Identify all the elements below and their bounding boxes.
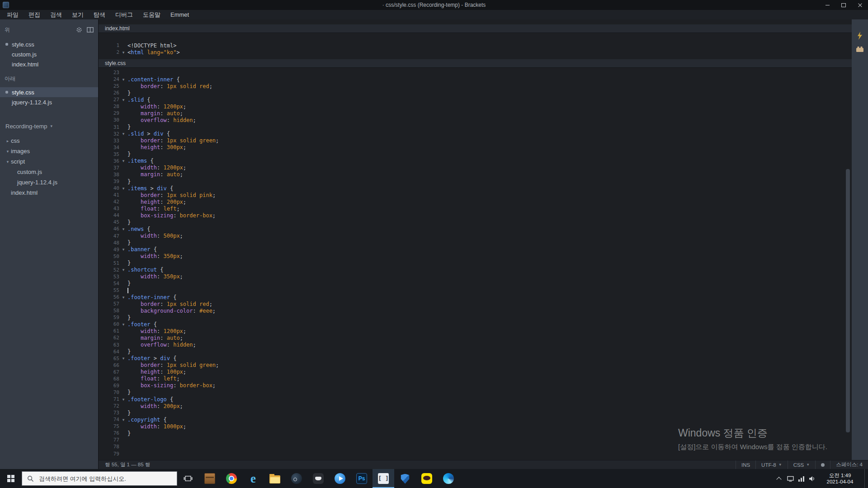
fold-arrow-icon[interactable]: ▾ xyxy=(119,322,127,327)
code-line-49[interactable]: 49▾.banner { xyxy=(99,246,852,253)
file-item-style.css[interactable]: style.css xyxy=(0,87,98,97)
code-line-41[interactable]: 41 border: 1px solid pink; xyxy=(99,192,852,198)
tree-folder-css[interactable]: ▸css xyxy=(0,136,98,146)
tree-folder-script[interactable]: ▾script xyxy=(0,156,98,167)
code-line-52[interactable]: 52▾.shortcut { xyxy=(99,267,852,273)
code-line-71[interactable]: 71▾.footer-logo { xyxy=(99,396,852,403)
minimize-button[interactable] xyxy=(819,0,835,10)
taskbar-app-box-app[interactable] xyxy=(199,469,221,488)
code-line-37[interactable]: 37 width: 1200px; xyxy=(99,164,852,171)
code-line-48[interactable]: 48} xyxy=(99,239,852,246)
code-line-79[interactable]: 79 xyxy=(99,450,852,457)
menu-navigate[interactable]: 탐색 xyxy=(89,10,110,19)
search-input[interactable] xyxy=(38,475,172,483)
taskbar-app-photoshop[interactable]: Ps xyxy=(351,469,373,488)
code-line-39[interactable]: 39} xyxy=(99,178,852,185)
code-line-55[interactable]: 55 xyxy=(99,287,852,294)
code-line-64[interactable]: 64} xyxy=(99,348,852,355)
tree-file-custom.js[interactable]: custom.js xyxy=(0,167,98,177)
tray-display-item[interactable] xyxy=(785,476,796,482)
fold-arrow-icon[interactable]: ▾ xyxy=(119,159,127,163)
maximize-button[interactable] xyxy=(835,0,852,10)
code-line-44[interactable]: 44 box-sizing: border-box; xyxy=(99,212,852,219)
code-line-42[interactable]: 42 height: 200px; xyxy=(99,198,852,205)
code-line-63[interactable]: 63 overflow: hidden; xyxy=(99,342,852,348)
code-line-47[interactable]: 47 width: 500px; xyxy=(99,233,852,239)
menu-edit[interactable]: 편집 xyxy=(24,10,45,19)
file-item-jquery-1.12.4.js[interactable]: jquery-1.12.4.js xyxy=(0,97,98,107)
tree-file-jquery-1.12.4.js[interactable]: jquery-1.12.4.js xyxy=(0,177,98,188)
menu-debug[interactable]: 디버그 xyxy=(110,10,138,19)
code-line-66[interactable]: 66 border: 1px solid green; xyxy=(99,362,852,369)
show-desktop-button[interactable] xyxy=(864,469,868,488)
taskbar-app-steam[interactable] xyxy=(286,469,307,488)
encoding-selector[interactable]: UTF-8▼ xyxy=(755,460,788,469)
working-set-gear-icon[interactable] xyxy=(76,27,82,33)
code-line-45[interactable]: 45} xyxy=(99,219,852,225)
taskbar-app-media-player[interactable] xyxy=(329,469,351,488)
taskbar-app-edge[interactable] xyxy=(438,469,459,488)
code-line-69[interactable]: 69 box-sizing: border-box; xyxy=(99,382,852,389)
fold-arrow-icon[interactable]: ▾ xyxy=(119,356,127,361)
code-line-29[interactable]: 29 margin: auto; xyxy=(99,110,852,117)
fold-arrow-icon[interactable]: ▾ xyxy=(119,267,127,272)
cursor-position-status[interactable]: 행 55, 열 1 — 85 행 xyxy=(105,461,150,468)
code-line-38[interactable]: 38 margin: auto; xyxy=(99,171,852,178)
taskbar-search[interactable] xyxy=(22,471,177,486)
split-view-icon[interactable] xyxy=(87,27,94,33)
taskbar-app-file-explorer[interactable] xyxy=(264,469,286,488)
code-line-56[interactable]: 56▾.footer-inner { xyxy=(99,294,852,300)
code-line-59[interactable]: 59} xyxy=(99,314,852,321)
tree-file-index.html[interactable]: index.html xyxy=(0,188,98,198)
fold-arrow-icon[interactable]: ▾ xyxy=(119,397,127,402)
code-line-1[interactable]: 1<!DOCTYPE html> xyxy=(99,42,852,49)
taskbar-clock[interactable]: 오전 1:49 2021-04-04 xyxy=(817,472,863,485)
menu-help[interactable]: 도움말 xyxy=(138,10,165,19)
file-item-index.html[interactable]: index.html xyxy=(0,59,98,69)
lint-status[interactable] xyxy=(815,460,830,469)
folder-arrow-icon[interactable]: ▾ xyxy=(5,149,11,154)
live-preview-lightning-icon[interactable] xyxy=(857,32,863,40)
start-button[interactable] xyxy=(0,469,22,488)
code-line-26[interactable]: 26} xyxy=(99,89,852,96)
code-line-74[interactable]: 74▾.copyright { xyxy=(99,416,852,423)
code-line-58[interactable]: 58 background-color: #eee; xyxy=(99,307,852,314)
editor-scrollbar-thumb[interactable] xyxy=(846,169,850,432)
code-line-36[interactable]: 36▾.items { xyxy=(99,158,852,164)
code-line-53[interactable]: 53 width: 350px; xyxy=(99,273,852,280)
tray-network-item[interactable] xyxy=(796,476,807,482)
code-line-75[interactable]: 75 width: 1000px; xyxy=(99,423,852,430)
code-line-23[interactable]: 23 xyxy=(99,69,852,76)
code-line-68[interactable]: 68 float: left; xyxy=(99,375,852,382)
code-line-50[interactable]: 50 width: 350px; xyxy=(99,253,852,260)
code-line-70[interactable]: 70} xyxy=(99,389,852,396)
fold-arrow-icon[interactable]: ▾ xyxy=(119,295,127,300)
code-line-25[interactable]: 25 border: 1px solid red; xyxy=(99,83,852,89)
code-line-76[interactable]: 76} xyxy=(99,430,852,436)
code-line-31[interactable]: 31} xyxy=(99,124,852,131)
fold-arrow-icon[interactable]: ▾ xyxy=(119,186,127,191)
menu-view[interactable]: 보기 xyxy=(67,10,89,19)
taskbar-app-chrome[interactable] xyxy=(221,469,242,488)
code-line-51[interactable]: 51} xyxy=(99,260,852,267)
menu-find[interactable]: 검색 xyxy=(45,10,67,19)
taskbar-app-brackets[interactable] xyxy=(373,469,394,488)
code-line-40[interactable]: 40▾.items > div { xyxy=(99,185,852,192)
code-line-28[interactable]: 28 width: 1200px; xyxy=(99,103,852,110)
fold-arrow-icon[interactable]: ▾ xyxy=(119,418,127,422)
code-line-32[interactable]: 32▾.slid > div { xyxy=(99,131,852,137)
fold-arrow-icon[interactable]: ▾ xyxy=(119,50,127,55)
code-line-30[interactable]: 30 overflow: hidden; xyxy=(99,117,852,123)
code-line-33[interactable]: 33 border: 1px solid green; xyxy=(99,137,852,144)
menu-file[interactable]: 파일 xyxy=(2,10,24,19)
code-line-60[interactable]: 60▾.footer { xyxy=(99,321,852,328)
indent-setting[interactable]: 스페이스: 4 xyxy=(830,460,868,469)
menu-emmet[interactable]: Emmet xyxy=(165,10,194,19)
tray-volume-item[interactable] xyxy=(807,476,817,482)
code-line-35[interactable]: 35} xyxy=(99,151,852,158)
folder-arrow-icon[interactable]: ▾ xyxy=(5,160,11,164)
code-line-73[interactable]: 73} xyxy=(99,409,852,416)
language-selector[interactable]: CSS▼ xyxy=(788,460,816,469)
fold-arrow-icon[interactable]: ▾ xyxy=(119,247,127,252)
code-line-78[interactable]: 78 xyxy=(99,443,852,450)
